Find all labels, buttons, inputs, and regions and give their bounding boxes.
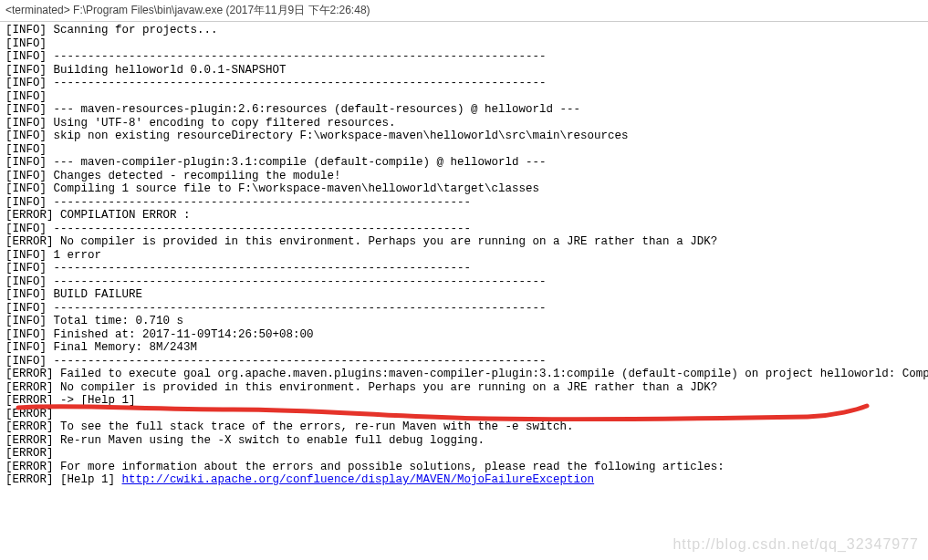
- console-line: [INFO] Finished at: 2017-11-09T14:26:50+…: [5, 328, 923, 342]
- console-line: [INFO] --- maven-compiler-plugin:3.1:com…: [5, 156, 923, 170]
- log-tag: [INFO]: [5, 77, 47, 89]
- log-text: Using 'UTF-8' encoding to copy filtered …: [47, 117, 396, 130]
- log-tag: [INFO]: [5, 170, 47, 182]
- log-tag: [INFO]: [5, 275, 47, 288]
- log-tag: [INFO]: [5, 302, 47, 315]
- log-tag: [INFO]: [5, 196, 47, 209]
- log-tag: [INFO]: [5, 315, 47, 327]
- console-line: [INFO] 1 error: [5, 249, 923, 263]
- console-line: [ERROR] Re-run Maven using the -X switch…: [5, 434, 923, 448]
- log-text: skip non existing resourceDirectory F:\w…: [47, 130, 629, 142]
- console-line: [ERROR] [Help 1] http://cwiki.apache.org…: [5, 473, 923, 487]
- log-tag: [ERROR]: [5, 394, 54, 407]
- log-tag: [ERROR]: [5, 209, 54, 222]
- log-tag: [INFO]: [5, 262, 47, 275]
- log-tag: [INFO]: [5, 143, 47, 156]
- log-tag: [INFO]: [5, 341, 47, 354]
- log-text: Finished at: 2017-11-09T14:26:50+08:00: [47, 328, 314, 341]
- log-text: 1 error: [47, 249, 101, 262]
- log-tag: [ERROR]: [5, 235, 54, 248]
- log-tag: [INFO]: [5, 249, 47, 262]
- log-text: Total time: 0.710 s: [47, 315, 183, 327]
- console-line: [INFO] Using 'UTF-8' encoding to copy fi…: [5, 117, 923, 130]
- console-line: [INFO] Total time: 0.710 s: [5, 315, 923, 328]
- log-text: ----------------------------------------…: [47, 262, 471, 275]
- console-line: [ERROR]: [5, 408, 923, 421]
- log-text: No compiler is provided in this environm…: [54, 381, 718, 394]
- console-line: [INFO] ---------------------------------…: [5, 77, 923, 90]
- help-link[interactable]: http://cwiki.apache.org/confluence/displ…: [122, 473, 595, 486]
- console-line: [ERROR] No compiler is provided in this …: [5, 235, 923, 249]
- log-tag: [INFO]: [5, 117, 47, 130]
- console-line: [ERROR] Failed to execute goal org.apach…: [5, 368, 923, 381]
- log-text: Compiling 1 source file to F:\workspace-…: [47, 182, 539, 195]
- console-line: [INFO] Scanning for projects...: [5, 24, 923, 37]
- log-text: ----------------------------------------…: [47, 355, 547, 368]
- console-header: <terminated> F:\Program Files\bin\javaw.…: [0, 0, 928, 22]
- console-line: [INFO] ---------------------------------…: [5, 262, 923, 275]
- exe-path: F:\Program Files\bin\javaw.exe: [73, 4, 223, 16]
- console-line: [INFO] ---------------------------------…: [5, 196, 923, 210]
- log-text: Re-run Maven using the -X switch to enab…: [54, 434, 485, 447]
- console-line: [ERROR] For more information about the e…: [5, 461, 923, 474]
- log-text: No compiler is provided in this environm…: [54, 235, 718, 248]
- console-output[interactable]: [INFO] Scanning for projects...[INFO][IN…: [0, 22, 928, 489]
- log-text: ----------------------------------------…: [47, 77, 547, 89]
- console-line: [INFO] ---------------------------------…: [5, 275, 923, 289]
- log-tag: [INFO]: [5, 182, 47, 195]
- log-text: Final Memory: 8M/243M: [47, 341, 197, 354]
- console-line: [ERROR] To see the full stack trace of t…: [5, 420, 923, 434]
- log-tag: [INFO]: [5, 223, 47, 235]
- console-line: [INFO] Changes detected - recompiling th…: [5, 170, 923, 183]
- log-text: Failed to execute goal org.apache.maven.…: [54, 368, 928, 380]
- log-text: Scanning for projects...: [47, 24, 218, 36]
- console-line: [INFO] --- maven-resources-plugin:2.6:re…: [5, 103, 923, 117]
- log-tag: [INFO]: [5, 37, 47, 50]
- log-text: ----------------------------------------…: [47, 50, 547, 63]
- log-text: ----------------------------------------…: [47, 302, 547, 315]
- log-tag: [ERROR]: [5, 368, 54, 380]
- console-line: [INFO]: [5, 143, 923, 157]
- watermark: http://blog.csdn.net/qq_32347977: [673, 536, 919, 553]
- log-tag: [ERROR]: [5, 473, 54, 486]
- log-text: To see the full stack trace of the error…: [54, 420, 574, 433]
- console-line: [ERROR] -> [Help 1]: [5, 394, 923, 408]
- log-tag: [INFO]: [5, 24, 47, 36]
- log-text: --- maven-compiler-plugin:3.1:compile (d…: [47, 156, 547, 169]
- log-tag: [ERROR]: [5, 447, 54, 460]
- console-line: [INFO] BUILD FAILURE: [5, 288, 923, 302]
- console-line: [ERROR] No compiler is provided in this …: [5, 381, 923, 395]
- console-line: [INFO] Final Memory: 8M/243M: [5, 341, 923, 355]
- log-tag: [ERROR]: [5, 381, 54, 394]
- log-tag: [INFO]: [5, 156, 47, 169]
- timestamp: (2017年11月9日 下午2:26:48): [225, 4, 370, 16]
- console-line: [INFO] Compiling 1 source file to F:\wor…: [5, 182, 923, 196]
- console-line: [INFO] ---------------------------------…: [5, 50, 923, 64]
- console-line: [INFO] skip non existing resourceDirecto…: [5, 130, 923, 143]
- console-line: [INFO]: [5, 37, 923, 51]
- log-text: Building helloworld 0.0.1-SNAPSHOT: [47, 64, 287, 77]
- log-tag: [ERROR]: [5, 434, 54, 447]
- log-tag: [INFO]: [5, 90, 47, 103]
- log-tag: [INFO]: [5, 288, 47, 301]
- log-tag: [ERROR]: [5, 461, 54, 473]
- log-tag: [INFO]: [5, 328, 47, 341]
- log-text: For more information about the errors an…: [54, 461, 725, 473]
- log-tag: [ERROR]: [5, 408, 54, 420]
- console-line: [INFO] Building helloworld 0.0.1-SNAPSHO…: [5, 64, 923, 78]
- log-tag: [INFO]: [5, 103, 47, 116]
- log-text: COMPILATION ERROR :: [54, 209, 191, 222]
- log-text: [Help 1]: [54, 473, 122, 486]
- log-text: -> [Help 1]: [54, 394, 136, 407]
- console-line: [ERROR]: [5, 447, 923, 461]
- log-tag: [INFO]: [5, 50, 47, 63]
- console-line: [INFO] ---------------------------------…: [5, 355, 923, 368]
- console-line: [INFO]: [5, 90, 923, 104]
- log-text: --- maven-resources-plugin:2.6:resources…: [47, 103, 580, 116]
- console-line: [INFO] ---------------------------------…: [5, 223, 923, 236]
- log-text: ----------------------------------------…: [47, 275, 547, 288]
- log-text: Changes detected - recompiling the modul…: [47, 170, 341, 182]
- log-tag: [INFO]: [5, 64, 47, 77]
- log-text: ----------------------------------------…: [47, 223, 471, 235]
- log-text: ----------------------------------------…: [47, 196, 471, 209]
